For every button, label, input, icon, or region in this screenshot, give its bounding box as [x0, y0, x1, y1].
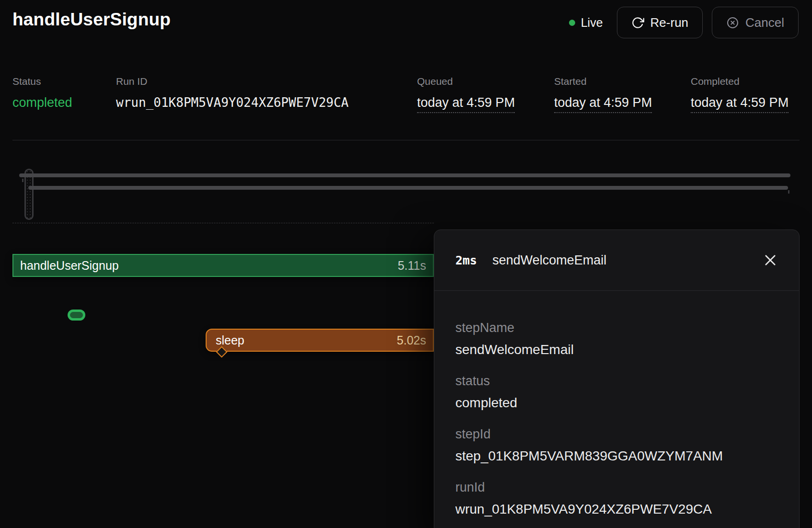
- meta-started: Started today at 4:59 PM: [554, 76, 652, 113]
- panel-close-button[interactable]: [761, 251, 780, 270]
- field-status: status completed: [455, 374, 778, 411]
- status-value: completed: [12, 95, 72, 110]
- cancel-button[interactable]: Cancel: [712, 7, 799, 38]
- live-label: Live: [581, 16, 603, 30]
- close-icon: [762, 252, 778, 268]
- minimap-sleep-bar: [28, 186, 788, 190]
- meta-queued: Queued today at 4:59 PM: [417, 76, 515, 113]
- sleep-bar-duration: 5.02s: [397, 333, 426, 347]
- workflow-bar-handleUserSignup[interactable]: handleUserSignup 5.11s: [12, 254, 434, 277]
- workflow-bar-duration: 5.11s: [398, 259, 426, 273]
- field-value: step_01K8PM5VARM839GGA0WZYM7ANM: [455, 448, 778, 464]
- run-id-label: Run ID: [116, 76, 348, 87]
- panel-step-duration: 2ms: [455, 253, 477, 267]
- refresh-icon: [631, 16, 644, 29]
- section-divider: [12, 140, 800, 140]
- panel-header: 2ms sendWelcomeEmail: [434, 230, 799, 291]
- chart-top-border: [12, 223, 434, 223]
- field-stepName: stepName sendWelcomeEmail: [455, 321, 778, 357]
- rerun-button-label: Re-run: [650, 15, 688, 30]
- cancel-button-label: Cancel: [745, 15, 784, 30]
- panel-step-title: sendWelcomeEmail: [492, 253, 606, 268]
- field-runId: runId wrun_01K8PM5VA9Y024XZ6PWE7V29CA: [455, 480, 778, 517]
- completed-value: today at 4:59 PM: [691, 95, 789, 113]
- field-label: stepName: [455, 321, 778, 335]
- field-stepId: stepId step_01K8PM5VARM839GGA0WZYM7ANM: [455, 427, 778, 464]
- status-label: Status: [12, 76, 72, 87]
- rerun-button[interactable]: Re-run: [617, 7, 703, 38]
- completed-label: Completed: [691, 76, 789, 87]
- live-indicator: Live: [569, 16, 603, 30]
- meta-run-id: Run ID wrun_01K8PM5VA9Y024XZ6PWE7V29CA: [116, 76, 348, 110]
- queued-value: today at 4:59 PM: [417, 95, 515, 113]
- cancel-circle-icon: [726, 16, 739, 29]
- step-pill-sendWelcomeEmail[interactable]: [68, 310, 85, 321]
- page-title: handleUserSignup: [12, 10, 171, 30]
- minimap-end-tick: [788, 190, 789, 194]
- started-value: today at 4:59 PM: [554, 95, 652, 113]
- field-value: completed: [455, 395, 778, 411]
- step-bar-sleep[interactable]: sleep 5.02s: [206, 329, 434, 352]
- panel-body: stepName sendWelcomeEmail status complet…: [434, 291, 799, 517]
- field-label: runId: [455, 480, 778, 495]
- minimap-workflow-bar: [19, 173, 790, 177]
- step-detail-panel: 2ms sendWelcomeEmail stepName sendWelcom…: [434, 230, 800, 528]
- sleep-bar-label: sleep: [216, 333, 244, 347]
- live-dot-icon: [569, 20, 575, 26]
- workflow-run-page: handleUserSignup Live Re-run Cancel Stat…: [0, 0, 812, 528]
- meta-status: Status completed: [12, 76, 72, 110]
- minimap-step-tick: [22, 179, 23, 182]
- started-label: Started: [554, 76, 652, 87]
- meta-completed: Completed today at 4:59 PM: [691, 76, 789, 113]
- workflow-bar-label: handleUserSignup: [20, 259, 119, 273]
- field-value: sendWelcomeEmail: [455, 342, 778, 357]
- field-label: status: [455, 374, 778, 389]
- header-controls: Live Re-run Cancel: [569, 7, 799, 38]
- field-label: stepId: [455, 427, 778, 442]
- queued-label: Queued: [417, 76, 515, 87]
- run-id-value: wrun_01K8PM5VA9Y024XZ6PWE7V29CA: [116, 95, 348, 110]
- field-value: wrun_01K8PM5VA9Y024XZ6PWE7V29CA: [455, 502, 778, 517]
